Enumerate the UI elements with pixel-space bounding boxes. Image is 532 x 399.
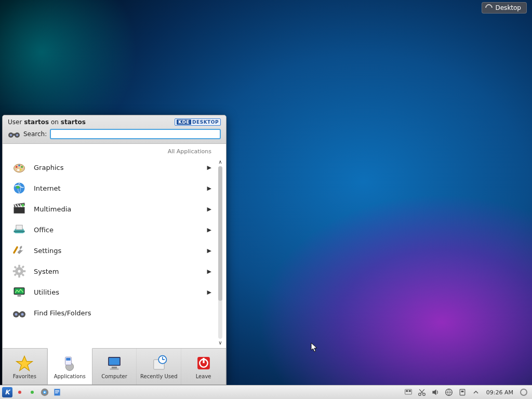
tab-favorites[interactable]: Favorites [3, 349, 47, 384]
gear-icon [11, 263, 28, 280]
star-icon [16, 354, 33, 372]
search-input[interactable] [50, 129, 221, 139]
tab-label: Favorites [13, 374, 36, 379]
svg-point-8 [21, 166, 23, 168]
svg-rect-64 [461, 391, 463, 392]
svg-rect-19 [13, 246, 19, 254]
svg-point-3 [10, 134, 12, 136]
svg-point-12 [16, 186, 20, 189]
activity-switcher[interactable]: Desktop [482, 2, 527, 14]
panel-cashew-icon[interactable] [518, 387, 529, 397]
kickoff-scrollbar[interactable]: ∧ ∨ [217, 159, 224, 346]
menu-item-office[interactable]: Office▶ [3, 219, 216, 240]
tab-leave[interactable]: Leave [181, 349, 226, 384]
chevron-right-icon: ▶ [207, 227, 211, 233]
menu-item-label: System [34, 268, 59, 275]
menu-item-internet[interactable]: Internet▶ [3, 178, 216, 198]
menu-item-graphics[interactable]: Graphics▶ [3, 157, 216, 178]
svg-rect-58 [406, 390, 408, 392]
svg-rect-53 [54, 389, 60, 396]
tab-recently-used[interactable]: Recently Used [137, 349, 181, 384]
typewriter-icon [11, 221, 28, 238]
svg-rect-49 [203, 357, 204, 363]
menu-item-label: Settings [34, 247, 61, 255]
chevron-right-icon: ▶ [207, 185, 211, 192]
tab-computer[interactable]: Computer [92, 349, 137, 384]
svg-point-52 [44, 391, 45, 393]
tab-label: Leave [196, 374, 211, 379]
svg-point-9 [20, 169, 22, 171]
device-icon[interactable] [457, 387, 468, 397]
menu-item-label: Find Files/Folders [34, 309, 91, 317]
svg-rect-54 [55, 390, 59, 391]
svg-rect-43 [112, 366, 117, 368]
svg-rect-28 [22, 265, 25, 269]
chevron-right-icon: ▶ [207, 289, 211, 296]
menu-item-label: Multimedia [34, 205, 71, 213]
show-desktop-icon[interactable] [403, 387, 414, 397]
applications-list: Graphics▶Internet▶Multimedia▶Office▶Sett… [3, 157, 226, 348]
svg-rect-13 [14, 207, 25, 214]
computer-icon [105, 354, 123, 372]
palette-icon [11, 159, 28, 176]
menu-item-settings[interactable]: Settings▶ [3, 240, 216, 261]
cashew-icon [484, 3, 494, 13]
menu-item-find-files-folders[interactable]: Find Files/Folders [3, 302, 216, 323]
scroll-down-icon[interactable]: ∨ [217, 340, 223, 346]
svg-point-7 [18, 165, 20, 167]
chevron-right-icon: ▶ [207, 268, 211, 275]
svg-point-4 [16, 134, 18, 136]
svg-point-10 [17, 169, 20, 171]
chevron-right-icon: ▶ [207, 164, 211, 171]
monitor-icon [11, 284, 28, 300]
taskbar-clock[interactable]: 09:26 AM [484, 389, 515, 396]
menu-item-multimedia[interactable]: Multimedia▶ [3, 198, 216, 219]
scroll-up-icon[interactable]: ∧ [217, 159, 223, 165]
svg-rect-2 [12, 134, 16, 136]
kickoff-menu: User startos on startos KDEDESKTOP Searc… [2, 115, 227, 385]
chevron-right-icon: ▶ [207, 247, 211, 254]
svg-rect-57 [405, 389, 411, 394]
section-heading: All Applications [3, 144, 226, 157]
menu-item-label: Office [34, 226, 54, 234]
svg-rect-40 [66, 357, 71, 360]
tab-label: Applications [54, 374, 86, 379]
svg-point-37 [21, 313, 24, 316]
pager-red[interactable] [15, 387, 25, 397]
menu-item-system[interactable]: System▶ [3, 261, 216, 282]
svg-rect-23 [18, 275, 20, 277]
binoculars-icon [11, 304, 28, 321]
kmenu-button[interactable]: K [2, 387, 12, 397]
network-icon[interactable] [444, 387, 454, 397]
svg-rect-35 [18, 313, 21, 315]
svg-rect-59 [409, 390, 411, 392]
klipper-icon[interactable] [417, 387, 427, 397]
pager-green[interactable] [27, 387, 37, 397]
clock-icon [150, 354, 168, 372]
svg-rect-17 [16, 225, 22, 230]
tab-applications[interactable]: Applications [47, 348, 92, 384]
wrench-icon [11, 242, 28, 259]
volume-icon[interactable] [430, 387, 441, 397]
power-icon [195, 354, 212, 372]
svg-rect-55 [55, 391, 59, 392]
globe-icon [11, 180, 28, 196]
svg-point-36 [15, 313, 18, 316]
scrollbar-thumb[interactable] [218, 166, 222, 301]
activity-label: Desktop [496, 4, 522, 11]
menu-item-label: Graphics [34, 164, 63, 171]
kickoff-header: User startos on startos KDEDESKTOP Searc… [3, 115, 226, 144]
scrollbar-track[interactable] [218, 166, 222, 339]
svg-point-11 [14, 183, 25, 194]
binoculars-icon [8, 129, 20, 139]
browser-launcher[interactable] [39, 387, 50, 397]
menu-item-utilities[interactable]: Utilities▶ [3, 282, 216, 302]
kickoff-tabs: FavoritesApplicationsComputerRecently Us… [3, 348, 226, 384]
tab-label: Recently Used [140, 374, 177, 379]
svg-rect-22 [18, 265, 20, 268]
search-label: Search: [23, 130, 47, 138]
svg-rect-24 [13, 270, 16, 272]
notes-launcher[interactable] [52, 387, 62, 397]
expand-tray-icon[interactable] [471, 387, 481, 397]
svg-rect-18 [14, 231, 25, 233]
